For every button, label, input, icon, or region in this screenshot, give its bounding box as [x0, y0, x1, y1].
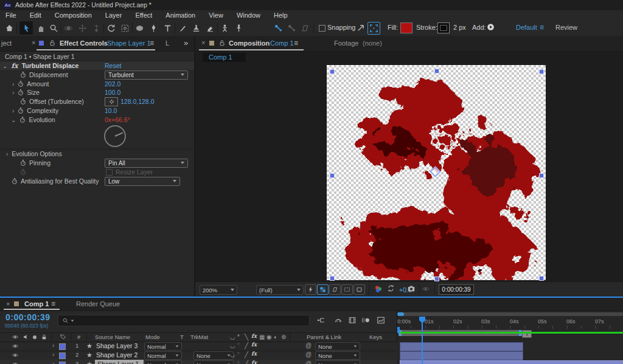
trkmat-dropdown[interactable]: None — [193, 360, 234, 364]
timeline-tab-title[interactable]: Comp 1 — [24, 300, 49, 307]
solo-icon[interactable] — [33, 335, 37, 339]
composition-tab-target[interactable]: Comp 1 — [270, 39, 294, 47]
eraser-tool-icon[interactable] — [206, 24, 215, 33]
fast-previews-icon[interactable] — [305, 284, 316, 295]
workspace-default[interactable]: Default — [516, 24, 537, 31]
parent-dropdown[interactable]: None — [315, 342, 360, 351]
video-eye-icon[interactable] — [12, 361, 19, 364]
type-tool-icon[interactable] — [163, 24, 172, 33]
effect-reset-link[interactable]: Reset — [105, 62, 121, 69]
expander-icon[interactable]: › — [6, 151, 8, 157]
timeline-search-box[interactable] — [58, 315, 310, 326]
antialias-dropdown[interactable]: Low — [105, 177, 180, 186]
blend-mode-dropdown[interactable]: Normal — [144, 342, 182, 351]
switch-motion-blur-icon[interactable]: ◉ — [266, 334, 272, 340]
selection-handle[interactable] — [330, 69, 335, 74]
switch-collapse-icon[interactable]: * — [237, 342, 240, 349]
effect-name[interactable]: Turbulent Displace — [22, 62, 79, 69]
switch-fx-icon[interactable]: fx — [251, 360, 257, 364]
layer-label-chip[interactable] — [59, 362, 66, 364]
video-eye-icon[interactable] — [12, 352, 19, 359]
composition-canvas[interactable] — [327, 65, 546, 280]
add-play-icon[interactable] — [487, 23, 495, 31]
switch-collapse-icon[interactable]: * — [237, 360, 240, 364]
tab-overflow-chevron-icon[interactable]: » — [184, 38, 188, 47]
parent-pickwhip-icon[interactable]: @ — [305, 351, 312, 358]
workspace-menu-icon[interactable]: ≡ — [540, 23, 544, 32]
pan-camera-tool-icon[interactable] — [78, 24, 87, 33]
selection-handle[interactable] — [434, 69, 439, 74]
timeline-horizontal-scrollbar[interactable] — [397, 312, 623, 316]
switch-frame-blend-icon[interactable]: ▦ — [259, 334, 265, 340]
group-row-evolution-options[interactable]: › Evolution Options — [0, 149, 194, 158]
menu-animation[interactable]: Animation — [159, 12, 202, 19]
switch-3d-icon[interactable]: ⊕ — [281, 334, 286, 340]
channel-rgb-icon[interactable] — [374, 284, 382, 293]
collapse-arrow-icon[interactable]: ⌄ — [11, 117, 16, 123]
expander-icon[interactable]: › — [12, 89, 14, 96]
blend-mode-dropdown[interactable]: Normal — [144, 360, 182, 364]
switch-quality-icon[interactable]: ╱ — [245, 342, 248, 349]
selection-handle[interactable] — [330, 173, 335, 178]
current-timecode[interactable]: 0:00:00:39 — [5, 312, 50, 322]
column-trkmat[interactable]: TrkMat — [190, 334, 208, 340]
region-of-interest-icon[interactable] — [341, 284, 353, 295]
composition-viewer[interactable] — [195, 63, 623, 281]
column-parent-link[interactable]: Parent & Link — [307, 334, 341, 340]
timeline-panel-menu-icon[interactable]: ≡ — [51, 300, 55, 308]
transparency-grid-icon[interactable] — [317, 284, 329, 295]
frame-blending-icon[interactable] — [348, 316, 357, 325]
complexity-value[interactable]: 10.0 — [105, 107, 117, 114]
mesh-icon[interactable] — [301, 24, 310, 33]
magnification-dropdown[interactable]: 200% — [200, 285, 237, 295]
stopwatch-icon[interactable] — [17, 107, 24, 114]
switch-collapse-icon[interactable]: * — [237, 334, 240, 340]
project-tab-close-icon[interactable]: × — [32, 39, 35, 46]
evolution-dial[interactable] — [104, 125, 126, 147]
menu-file[interactable]: File — [0, 12, 23, 19]
preview-timecode-box[interactable]: 0:00:00:39 — [439, 284, 474, 295]
switch-shy-icon[interactable]: ◡ — [230, 334, 235, 340]
fill-swatch[interactable] — [400, 22, 412, 33]
selection-handle[interactable] — [539, 69, 544, 74]
layer-name[interactable]: Shape Layer 3 — [96, 342, 137, 349]
footage-tab-title[interactable]: Footage — [334, 39, 358, 47]
playhead-line[interactable] — [422, 317, 423, 364]
parent-pickwhip-icon[interactable]: @ — [305, 360, 312, 364]
unlock-icon[interactable] — [49, 39, 56, 47]
switch-shy-icon[interactable]: ◡ — [230, 351, 235, 358]
switch-collapse-icon[interactable]: * — [237, 351, 240, 358]
project-tab-clipped[interactable]: ject — [1, 39, 12, 47]
orbit-camera-tool-icon[interactable] — [64, 24, 73, 33]
effect-controls-tab-target[interactable]: Shape Layer 1 — [107, 39, 151, 47]
layer-label-chip[interactable] — [59, 343, 66, 350]
trkmat-dropdown[interactable]: None — [193, 351, 234, 360]
graph-editor-icon[interactable] — [377, 316, 385, 325]
rotation-tool-icon[interactable] — [106, 24, 116, 33]
composition-tab-close-icon[interactable]: × — [201, 39, 205, 46]
switch-fx-icon[interactable]: fx — [251, 351, 257, 357]
show-snapshot-icon[interactable] — [422, 285, 430, 293]
evolution-value[interactable]: 0x+66.6° — [105, 116, 130, 123]
menu-edit[interactable]: Edit — [23, 12, 48, 19]
offset-crosshair-button[interactable] — [105, 97, 118, 106]
effect-controls-panel-menu-icon[interactable]: ≡ — [150, 39, 154, 47]
hand-tool-icon[interactable] — [37, 24, 46, 33]
resolution-dropdown[interactable]: (Full) — [256, 285, 304, 295]
unlock-icon[interactable] — [218, 39, 226, 47]
stopwatch-icon[interactable] — [19, 71, 27, 78]
snap-brackets-icon[interactable] — [367, 22, 380, 35]
clone-stamp-tool-icon[interactable] — [192, 24, 201, 33]
pen-tool-icon[interactable] — [149, 24, 158, 33]
selection-handle[interactable] — [330, 276, 335, 281]
amount-value[interactable]: 202.0 — [105, 80, 120, 88]
column-source-name[interactable]: Source Name — [95, 334, 130, 340]
shy-layers-icon[interactable] — [334, 316, 343, 325]
switch-quality-icon[interactable]: ╲ — [245, 334, 248, 340]
stopwatch-icon[interactable] — [19, 98, 27, 105]
motion-pin-tool-icon[interactable] — [234, 24, 243, 33]
time-ruler[interactable]: 0:00s 01s 02s 03s 04s 05s 06s 07s — [397, 317, 623, 329]
layer-expander-icon[interactable]: › — [52, 360, 54, 364]
dolly-camera-tool-icon[interactable] — [92, 24, 101, 33]
scrollbar-zoom-cap[interactable] — [397, 312, 404, 316]
